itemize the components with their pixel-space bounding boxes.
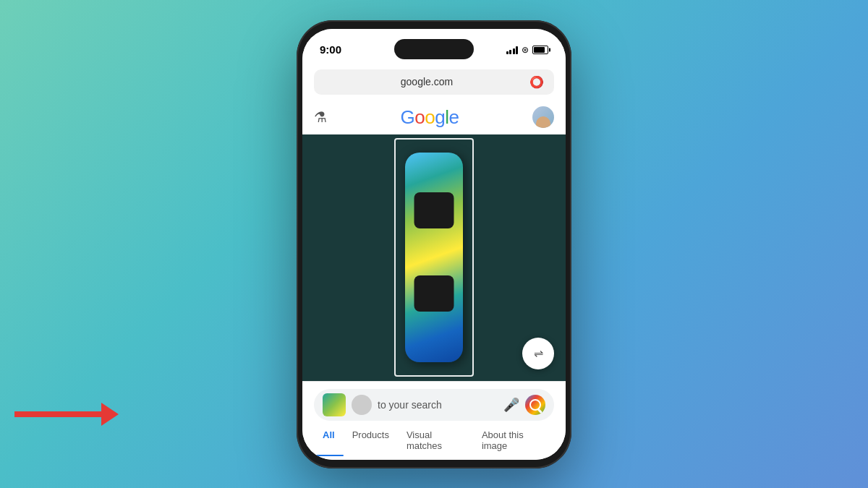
main-image-area: ⇌ bbox=[302, 134, 566, 381]
tab-about-image[interactable]: About this image bbox=[473, 425, 554, 455]
google-header: ⚗ Google bbox=[302, 100, 566, 134]
battery-icon bbox=[532, 46, 548, 54]
search-circle bbox=[352, 395, 372, 415]
status-icons: ⊛ bbox=[506, 45, 549, 55]
tab-visual-matches-label: Visual matches bbox=[407, 429, 442, 451]
tab-about-image-label: About this image bbox=[482, 429, 524, 451]
red-arrow bbox=[14, 403, 119, 426]
google-logo: Google bbox=[401, 106, 459, 129]
tabs-row: All Products Visual matches About this i… bbox=[314, 421, 554, 455]
url-text: google.com bbox=[324, 76, 529, 87]
background: 9:00 ⊛ bbox=[0, 0, 868, 488]
tab-visual-matches[interactable]: Visual matches bbox=[398, 425, 473, 455]
translate-button[interactable]: ⇌ bbox=[522, 338, 554, 369]
tab-products-label: Products bbox=[352, 429, 389, 440]
voice-icon[interactable]: 🎤 bbox=[503, 397, 519, 413]
url-bar-container: google.com ⭕ bbox=[302, 65, 566, 100]
lens-icon[interactable] bbox=[525, 395, 545, 415]
avatar[interactable] bbox=[532, 106, 554, 128]
translate-icon: ⇌ bbox=[534, 346, 543, 360]
search-placeholder: to your search bbox=[378, 399, 498, 411]
search-thumbnail bbox=[323, 393, 346, 416]
tab-all-label: All bbox=[323, 429, 335, 440]
selection-box bbox=[394, 138, 474, 377]
wifi-icon: ⊛ bbox=[522, 45, 529, 55]
dynamic-island bbox=[394, 39, 474, 59]
status-time: 9:00 bbox=[320, 43, 341, 56]
phone-screen: 9:00 ⊛ bbox=[302, 29, 566, 460]
url-bar[interactable]: google.com ⭕ bbox=[314, 69, 554, 95]
tab-all[interactable]: All bbox=[314, 425, 344, 455]
bottom-search-bar: to your search 🎤 All Products bbox=[302, 381, 566, 460]
signal-icon bbox=[506, 46, 519, 54]
labs-icon[interactable]: ⚗ bbox=[314, 108, 327, 126]
tab-products[interactable]: Products bbox=[344, 425, 398, 455]
phone-frame: 9:00 ⊛ bbox=[297, 20, 571, 468]
search-bar-row[interactable]: to your search 🎤 bbox=[314, 389, 554, 421]
share-icon[interactable]: ⭕ bbox=[529, 75, 544, 89]
phone-wrapper: 9:00 ⊛ bbox=[297, 20, 571, 468]
